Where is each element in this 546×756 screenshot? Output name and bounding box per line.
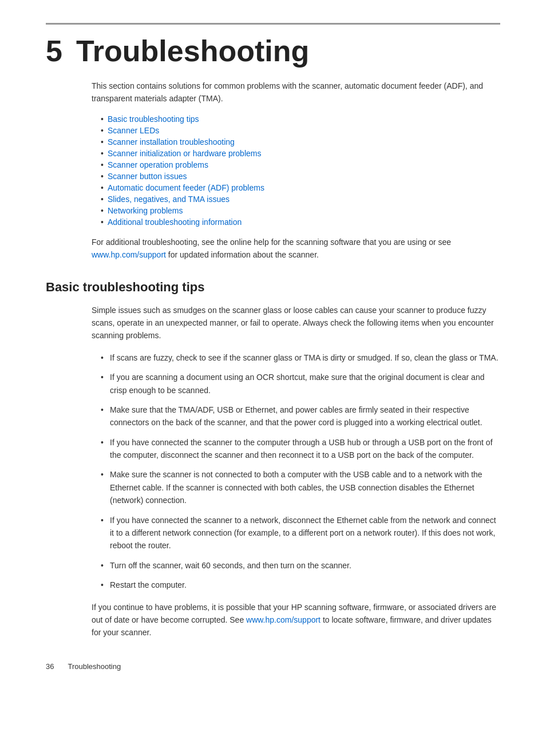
page-container: 5 Troubleshooting This section contains … xyxy=(0,0,546,705)
section-heading-basic: Basic troubleshooting tips xyxy=(46,280,500,295)
bullet-item-1: If scans are fuzzy, check to see if the … xyxy=(101,351,500,364)
toc-link-adf[interactable]: Automatic document feeder (ADF) problems xyxy=(108,183,264,192)
toc-link-tma[interactable]: Slides, negatives, and TMA issues xyxy=(108,195,230,204)
toc-link-leds[interactable]: Scanner LEDs xyxy=(108,126,159,135)
follow-up-prefix: For additional troubleshooting, see the … xyxy=(92,238,451,247)
toc-link-hardware[interactable]: Scanner initialization or hardware probl… xyxy=(108,149,261,158)
page-footer: 36 Troubleshooting xyxy=(46,662,500,671)
toc-item-10: Additional troubleshooting information xyxy=(101,217,500,227)
bullet-item-4: If you have connected the scanner to the… xyxy=(101,436,500,462)
chapter-heading: 5 Troubleshooting xyxy=(46,36,500,66)
section-intro: Simple issues such as smudges on the sca… xyxy=(92,304,500,342)
toc-item-6: Scanner button issues xyxy=(101,172,500,181)
follow-up-paragraph: For additional troubleshooting, see the … xyxy=(92,236,500,262)
bullet-item-6: If you have connected the scanner to a n… xyxy=(101,514,500,552)
toc-item-5: Scanner operation problems xyxy=(101,160,500,169)
toc-link-networking[interactable]: Networking problems xyxy=(108,206,183,215)
bullet-item-5: Make sure the scanner is not connected t… xyxy=(101,468,500,506)
bullet-item-3: Make sure that the TMA/ADF, USB or Ether… xyxy=(101,403,500,429)
toc-item-9: Networking problems xyxy=(101,206,500,215)
toc-link-additional[interactable]: Additional troubleshooting information xyxy=(108,217,242,227)
bullet-item-8: Restart the computer. xyxy=(101,579,500,591)
chapter-number: 5 xyxy=(46,36,62,66)
closing-paragraph: If you continue to have problems, it is … xyxy=(92,601,500,639)
bullet-item-2: If you are scanning a document using an … xyxy=(101,371,500,397)
toc-item-2: Scanner LEDs xyxy=(101,126,500,135)
intro-paragraph: This section contains solutions for comm… xyxy=(92,80,500,105)
toc-link-buttons[interactable]: Scanner button issues xyxy=(108,172,187,181)
toc-link-operation[interactable]: Scanner operation problems xyxy=(108,160,208,169)
hp-support-link-bottom[interactable]: www.hp.com/support xyxy=(246,615,321,624)
page-number: 36 xyxy=(46,662,54,671)
footer-label: Troubleshooting xyxy=(68,662,121,671)
toc-list: Basic troubleshooting tips Scanner LEDs … xyxy=(101,114,500,227)
bullet-item-7: Turn off the scanner, wait 60 seconds, a… xyxy=(101,559,500,572)
toc-item-8: Slides, negatives, and TMA issues xyxy=(101,195,500,204)
toc-link-installation[interactable]: Scanner installation troubleshooting xyxy=(108,137,235,147)
follow-up-suffix: for updated information about the scanne… xyxy=(166,250,319,259)
hp-support-link-top[interactable]: www.hp.com/support xyxy=(92,250,166,259)
toc-item-3: Scanner installation troubleshooting xyxy=(101,137,500,147)
chapter-title: Troubleshooting xyxy=(76,36,309,66)
toc-item-7: Automatic document feeder (ADF) problems xyxy=(101,183,500,192)
toc-item-4: Scanner initialization or hardware probl… xyxy=(101,149,500,158)
toc-link-basic[interactable]: Basic troubleshooting tips xyxy=(108,114,199,124)
top-border xyxy=(46,23,500,25)
toc-item-1: Basic troubleshooting tips xyxy=(101,114,500,124)
bullet-list: If scans are fuzzy, check to see if the … xyxy=(101,351,500,592)
